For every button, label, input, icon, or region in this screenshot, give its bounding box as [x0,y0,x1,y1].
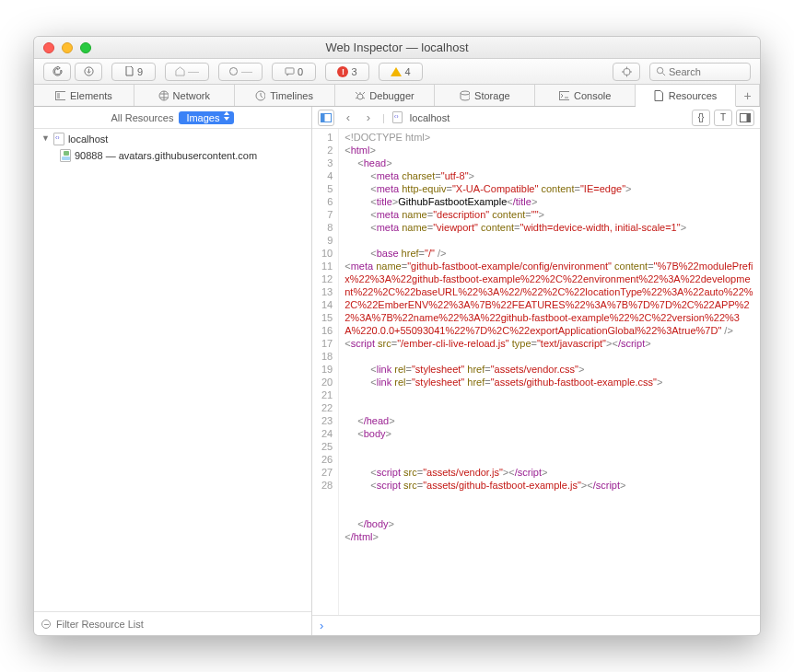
warning-count: 4 [404,66,410,77]
breadcrumb[interactable]: localhost [410,112,450,123]
chevron-left-icon: ‹ [346,110,350,124]
filter-input[interactable] [56,619,304,630]
svg-point-2 [623,68,629,75]
svg-rect-14 [747,113,751,122]
tree-item-label: localhost [68,133,108,145]
document-count-button[interactable]: 9 [111,63,156,81]
comment-count: 0 [298,66,303,77]
nav-forward-button[interactable]: › [362,110,375,126]
console-prompt-bar[interactable]: › [312,615,760,635]
plus-icon: + [743,88,751,103]
filter-icon [41,620,51,629]
window-title: Web Inspector — localhost [41,41,753,54]
tab-add[interactable]: + [736,85,760,106]
document-icon [124,66,134,76]
chevron-right-icon: › [367,110,370,124]
tab-console[interactable]: Console [535,85,636,106]
search-icon [656,66,666,76]
error-icon: ! [337,66,348,77]
search-field[interactable] [649,63,751,81]
svg-rect-10 [560,91,570,99]
document-count: 9 [137,66,143,77]
content-toolbar: ‹ › | localhost {} T [312,107,760,129]
tag-button[interactable]: — [165,63,209,81]
traffic-lights [43,42,91,53]
svg-point-8 [357,94,363,99]
source-editor[interactable]: 1234567891011121314151617181920212223242… [312,129,760,615]
line-gutter: 1234567891011121314151617181920212223242… [312,129,339,615]
comment-icon [285,66,295,76]
image-file-icon [60,149,71,162]
comments-button[interactable]: 0 [272,63,316,81]
tab-resources[interactable]: Resources [636,85,736,107]
tag-icon [175,66,185,76]
code-content[interactable]: <!DOCTYPE html><html><head><meta charset… [339,129,760,615]
close-button[interactable] [43,42,54,53]
target-button[interactable] [613,63,640,81]
titlebar: Web Inspector — localhost [34,37,760,59]
error-count: 3 [351,66,356,77]
sidebar: All Resources Images ▼ localhost 90888 —… [34,107,312,635]
toggle-details-button[interactable] [736,110,754,126]
elements-icon [55,90,65,100]
storage-icon [460,90,470,100]
download-button[interactable] [75,63,102,81]
zoom-button[interactable] [80,42,91,53]
errors-button[interactable]: !3 [325,63,369,81]
inspector-window: Web Inspector — localhost 9 — — 0 !3 4 E… [33,36,761,636]
svg-point-3 [657,67,662,73]
tabs: Elements Network Timelines Debugger Stor… [34,85,760,107]
braces-button[interactable]: {} [692,110,710,126]
page-icon [53,133,64,145]
nav-back-button[interactable]: ‹ [342,110,355,126]
clock-icon [228,66,239,76]
braces-icon: {} [698,112,705,122]
search-input[interactable] [669,66,733,77]
sidebar-footer [34,611,311,635]
debugger-icon [355,90,365,100]
tree-item-localhost[interactable]: ▼ localhost [34,131,311,147]
tab-network[interactable]: Network [134,85,235,106]
reload-button[interactable] [43,63,71,81]
sidebar-heading: All Resources [111,112,174,123]
minimize-button[interactable] [62,42,73,53]
sidebar-header: All Resources Images [34,107,311,129]
warnings-button[interactable]: 4 [379,63,423,81]
disclosure-triangle-icon[interactable]: ▼ [41,133,50,143]
time-button[interactable]: — [218,63,263,81]
details-toggle-icon [740,113,751,122]
body: All Resources Images ▼ localhost 90888 —… [34,107,760,635]
target-icon [622,66,632,76]
svg-rect-5 [57,93,60,98]
tree-item-image[interactable]: 90888 — avatars.githubusercontent.com [34,147,311,164]
content-pane: ‹ › | localhost {} T 1234567891011121314… [312,107,760,635]
sidebar-toggle-icon [321,113,332,122]
prompt-chevron-icon: › [320,619,323,632]
resource-filter-dropdown[interactable]: Images [179,111,234,124]
tab-storage[interactable]: Storage [435,85,535,106]
tab-timelines[interactable]: Timelines [235,85,335,106]
toolbar: 9 — — 0 !3 4 [34,59,760,85]
tab-elements[interactable]: Elements [34,85,134,106]
svg-rect-1 [286,67,294,73]
tab-debugger[interactable]: Debugger [335,85,436,106]
resource-tree: ▼ localhost 90888 — avatars.githubuserco… [34,129,311,611]
page-icon [392,111,403,123]
download-icon [84,66,94,76]
reload-icon [53,66,63,76]
resources-icon [654,90,664,100]
timelines-icon [255,90,265,100]
console-icon [559,90,569,100]
svg-rect-12 [321,113,325,122]
network-icon [158,90,169,100]
warning-icon [391,67,402,76]
toggle-sidebar-button[interactable] [318,110,334,126]
text-button[interactable]: T [714,110,732,126]
svg-point-9 [461,91,470,95]
text-icon: T [720,112,726,122]
tree-item-label: 90888 — avatars.githubusercontent.com [75,150,257,161]
